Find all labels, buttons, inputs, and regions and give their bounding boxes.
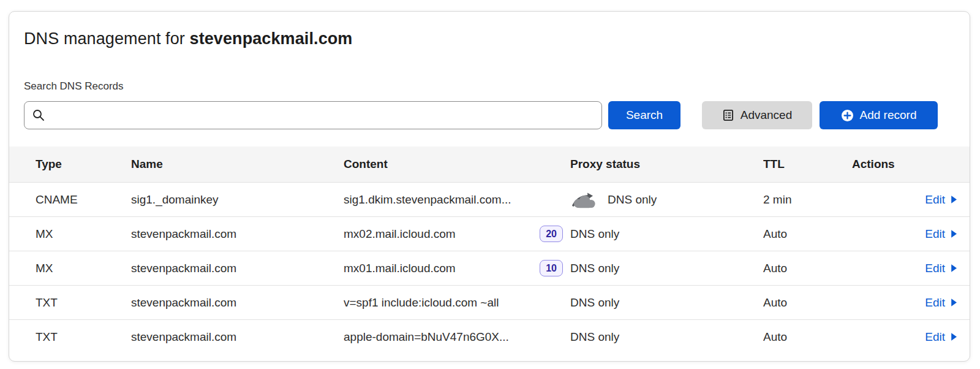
priority-badge: 10 — [540, 260, 563, 276]
search-button[interactable]: Search — [608, 101, 680, 129]
edit-record-label: Edit — [925, 262, 945, 275]
record-proxy-status: DNS only — [608, 193, 657, 207]
column-header-actions: Actions — [852, 158, 957, 171]
record-content-cell: mx01.mail.icloud.com 10 — [344, 260, 570, 276]
dns-record-row: TXT stevenpackmail.com v=spf1 include:ic… — [9, 285, 970, 319]
search-toolbar: Search Advanced A — [24, 101, 955, 129]
edit-record-link[interactable]: Edit — [925, 262, 957, 275]
record-actions-cell: Edit — [852, 262, 957, 275]
record-proxy-cell: DNS only — [570, 262, 763, 275]
record-content: apple-domain=bNuV47n6G0X... — [344, 330, 509, 344]
column-header-content: Content — [344, 158, 570, 171]
record-proxy-status: DNS only — [570, 262, 619, 275]
record-actions-cell: Edit — [852, 296, 957, 310]
record-type: MX — [36, 227, 131, 241]
page-title: DNS management for stevenpackmail.com — [24, 29, 955, 48]
edit-record-link[interactable]: Edit — [925, 193, 957, 207]
add-record-button[interactable]: Add record — [820, 101, 938, 129]
record-content: sig1.dkim.stevenpackmail.com... — [344, 193, 511, 207]
dns-record-row: TXT stevenpackmail.com apple-domain=bNuV… — [9, 319, 970, 354]
edit-record-label: Edit — [925, 296, 945, 310]
record-actions-cell: Edit — [852, 193, 957, 207]
record-proxy-cell: DNS only — [570, 330, 763, 344]
record-proxy-cell: DNS only — [570, 190, 763, 209]
record-type: TXT — [36, 296, 131, 310]
record-proxy-status: DNS only — [570, 330, 619, 344]
search-input[interactable] — [24, 101, 602, 129]
edit-record-link[interactable]: Edit — [925, 330, 957, 344]
record-name: stevenpackmail.com — [131, 227, 344, 241]
record-type: TXT — [36, 330, 131, 344]
column-header-type: Type — [36, 158, 131, 171]
dns-record-row: CNAME sig1._domainkey sig1.dkim.stevenpa… — [9, 182, 970, 216]
record-name: stevenpackmail.com — [131, 296, 344, 310]
record-name: stevenpackmail.com — [131, 330, 344, 344]
advanced-button[interactable]: Advanced — [702, 101, 812, 129]
dns-record-row: MX stevenpackmail.com mx02.mail.icloud.c… — [9, 216, 970, 251]
record-proxy-cell: DNS only — [570, 296, 763, 310]
record-proxy-status: DNS only — [570, 296, 619, 310]
record-ttl: 2 min — [763, 193, 852, 207]
record-content: v=spf1 include:icloud.com ~all — [344, 296, 499, 310]
dns-management-card: DNS management for stevenpackmail.com Se… — [9, 11, 970, 362]
table-body: CNAME sig1._domainkey sig1.dkim.stevenpa… — [9, 182, 970, 354]
edit-record-label: Edit — [925, 227, 945, 241]
record-ttl: Auto — [763, 227, 852, 241]
plus-circle-icon — [841, 109, 854, 122]
record-ttl: Auto — [763, 296, 852, 310]
column-header-ttl: TTL — [763, 158, 852, 171]
record-ttl: Auto — [763, 330, 852, 344]
search-icon — [32, 108, 45, 122]
edit-record-link[interactable]: Edit — [925, 227, 957, 241]
edit-record-link[interactable]: Edit — [925, 296, 957, 310]
edit-arrow-icon — [951, 264, 957, 273]
record-proxy-status: DNS only — [570, 227, 619, 241]
search-label: Search DNS Records — [24, 80, 955, 93]
edit-arrow-icon — [951, 298, 957, 307]
record-name: stevenpackmail.com — [131, 262, 344, 275]
dns-records-table: Type Name Content Proxy status TTL Actio… — [9, 146, 970, 354]
advanced-button-label: Advanced — [741, 108, 793, 122]
edit-record-label: Edit — [925, 193, 945, 207]
page-title-prefix: DNS management for — [24, 29, 190, 48]
edit-arrow-icon — [951, 229, 957, 238]
record-content-cell: mx02.mail.icloud.com 20 — [344, 226, 570, 242]
record-proxy-cell: DNS only — [570, 227, 763, 241]
page-title-domain: stevenpackmail.com — [190, 29, 353, 48]
advanced-list-icon — [722, 109, 734, 121]
dns-record-row: MX stevenpackmail.com mx01.mail.icloud.c… — [9, 251, 970, 285]
dns-only-cloud-icon — [570, 190, 598, 209]
record-type: CNAME — [36, 193, 131, 207]
record-content: mx02.mail.icloud.com — [344, 227, 456, 241]
search-box — [24, 101, 602, 129]
edit-record-label: Edit — [925, 330, 945, 344]
record-type: MX — [36, 262, 131, 275]
edit-arrow-icon — [951, 332, 957, 341]
record-content-cell: v=spf1 include:icloud.com ~all — [344, 296, 570, 310]
record-content-cell: apple-domain=bNuV47n6G0X... — [344, 330, 570, 344]
record-content: mx01.mail.icloud.com — [344, 262, 456, 275]
record-actions-cell: Edit — [852, 227, 957, 241]
priority-badge: 20 — [540, 226, 563, 242]
record-name: sig1._domainkey — [131, 193, 344, 207]
table-header-row: Type Name Content Proxy status TTL Actio… — [9, 146, 970, 182]
column-header-proxy-status: Proxy status — [570, 158, 763, 171]
edit-arrow-icon — [951, 195, 957, 204]
record-ttl: Auto — [763, 262, 852, 275]
add-record-button-label: Add record — [860, 108, 917, 122]
column-header-name: Name — [131, 158, 344, 171]
record-actions-cell: Edit — [852, 330, 957, 344]
record-content-cell: sig1.dkim.stevenpackmail.com... — [344, 193, 570, 207]
